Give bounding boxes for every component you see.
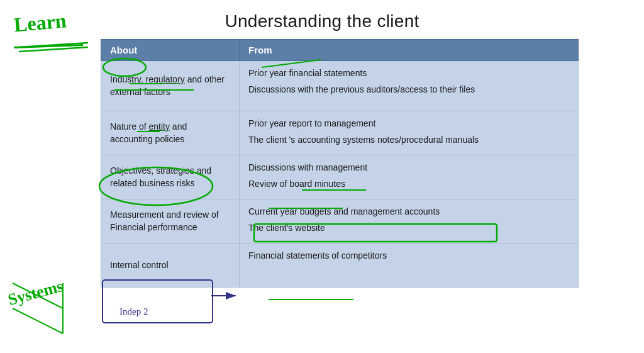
from-item: Financial statements of competitors	[248, 247, 569, 264]
main-table-container: About From Industry, regulatory and othe…	[101, 39, 579, 288]
from-cell-4: Financial statements of competitors	[240, 244, 579, 288]
about-cell-1: Nature of entity and accounting policies	[101, 111, 240, 155]
table-row: Measurement and review ofFinancial perfo…	[101, 199, 579, 244]
col-header-from: From	[240, 40, 579, 61]
from-item: Discussions with management	[248, 159, 569, 176]
svg-line-17	[13, 308, 63, 333]
about-cell-0: Industry, regulatory and other external …	[101, 61, 240, 111]
col-header-about: About	[101, 40, 240, 61]
from-cell-2: Discussions with managementReview of boa…	[240, 155, 579, 199]
svg-text:Indep 2: Indep 2	[119, 306, 148, 317]
from-item: Discussions with the previous auditors/a…	[248, 81, 569, 98]
from-item: Review of board minutes	[248, 176, 569, 192]
table-row: Internal controlFinancial statements of …	[101, 244, 579, 288]
understanding-client-table: About From Industry, regulatory and othe…	[101, 39, 579, 288]
table-row: Nature of entity and accounting policies…	[101, 111, 579, 155]
systems-annotation: Systems	[6, 277, 65, 310]
about-cell-2: Objectives, strategies and related busin…	[101, 155, 240, 199]
from-item: The client 's accounting systems notes/p…	[248, 132, 569, 148]
from-cell-3: Current year budgets and management acco…	[240, 199, 579, 244]
from-item: Prior year report to management	[248, 115, 569, 132]
about-cell-4: Internal control	[101, 244, 240, 288]
table-row: Objectives, strategies and related busin…	[101, 155, 579, 199]
table-row: Industry, regulatory and other external …	[101, 61, 579, 111]
from-item: Prior year financial statements	[248, 65, 569, 81]
about-cell-3: Measurement and review ofFinancial perfo…	[101, 199, 240, 244]
from-item: The client's website	[248, 220, 569, 236]
learn-underline	[14, 44, 83, 48]
from-cell-0: Prior year financial statementsDiscussio…	[240, 61, 579, 111]
page-title: Understanding the client	[0, 0, 644, 39]
from-cell-1: Prior year report to managementThe clien…	[240, 111, 579, 155]
from-item: Current year budgets and management acco…	[248, 203, 569, 220]
svg-line-16	[13, 283, 63, 308]
